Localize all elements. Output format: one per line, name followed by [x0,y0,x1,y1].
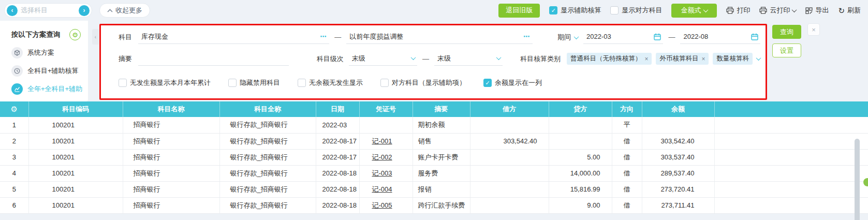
voucher-link[interactable]: 记-003 [372,169,392,177]
chevron-down-icon[interactable] [496,55,502,60]
cell-summary: 服务费 [413,165,470,181]
back-old-version-button[interactable]: 退回旧版 [498,4,540,18]
tag-remove-icon[interactable]: × [644,55,648,63]
col-header-credit[interactable]: 贷方 [549,101,612,117]
level-to-select[interactable]: 末级 [434,52,503,66]
amount-mode-button[interactable]: 金额式 [671,4,717,18]
column-settings-gear[interactable]: ⚙ [0,101,28,117]
subject-from-field[interactable]: 库存现金 ⋯ [138,31,329,44]
tag-label: 普通科目（无特殊核算） [570,54,642,63]
top-toolbar: ‹ 选择科目 › 收起更多 退回旧版 ✓ 显示辅助核算 ✓ 显示对方科目 金额式… [0,0,868,21]
collapse-more-button[interactable]: 收起更多 [99,3,150,18]
cell-direction: 借 [612,133,642,149]
table-row[interactable]: 1 100201 招商银行 银行存款_招商银行 2022-03 期初余额 平 [0,117,868,133]
col-header-balance[interactable]: 余额 [642,101,714,117]
subject-picker-placeholder[interactable]: 选择科目 [18,6,79,15]
table-row[interactable]: 6 100201 招商银行 银行存款_招商银行 2022-08-18 记-005… [0,197,868,213]
checkbox-icon[interactable]: ✓ [610,6,619,14]
filter-checkbox-hide-disabled[interactable]: ✓ 隐藏禁用科目 [228,78,280,87]
chevron-down-icon[interactable] [756,55,761,61]
plan-settings-gear-icon[interactable]: ⚙ [69,29,81,40]
table-row[interactable]: 5 100201 招商银行 银行存款_招商银行 2022-08-18 记-004… [0,181,868,197]
col-header-summary[interactable]: 摘要 [413,101,470,117]
cell-voucher: 记-001 [359,133,413,149]
subject-picker[interactable]: ‹ 选择科目 › [4,3,92,18]
cell-row-number: 5 [0,181,28,197]
cell-credit [549,117,612,133]
print-label: 打印 [737,6,750,15]
voucher-link[interactable]: 记-001 [372,137,392,145]
ellipsis-picker-icon[interactable]: ⋯ [523,33,531,40]
settings-button[interactable]: 设置 [772,43,801,57]
chevron-down-icon[interactable] [574,34,579,39]
chevron-down-icon[interactable] [410,55,416,60]
ellipsis-picker-icon[interactable]: ⋯ [320,33,327,40]
col-header-date[interactable]: 日期 [316,101,359,117]
query-button[interactable]: 查询 [772,25,801,39]
gear-icon: ⚙ [11,105,18,113]
cell-date: 2022-08-17 [316,149,359,165]
cell-empty [714,181,868,197]
export-button[interactable]: 导出 [805,6,829,15]
sidebar-collapse-handle[interactable]: ‹ [92,29,99,45]
show-aux-checkbox[interactable]: ✓ 显示辅助核算 [549,6,601,15]
col-header-direction[interactable]: 方向 [612,101,642,117]
sidebar-item-system-plan[interactable]: 系统方案 [11,47,88,58]
period-to-field[interactable]: 2022-08 [680,31,760,44]
checkbox-icon[interactable]: ✓ [298,79,306,87]
cell-code: 100201 [28,197,123,213]
calendar-icon[interactable] [654,33,661,40]
cell-debit [470,149,549,165]
col-header-code[interactable]: 科目编码 [28,101,123,117]
sidebar-item-label: 系统方案 [27,48,54,57]
sidebar-item-all-subjects-aux[interactable]: 全科目+辅助核算 [11,65,88,77]
col-header-name[interactable]: 科目名称 [123,101,219,117]
voucher-link[interactable]: 记-002 [372,153,392,161]
filter-checkbox-balance-one-column[interactable]: ✓ 余额显示在一列 [483,78,542,87]
cell-voucher: 记-005 [359,197,413,213]
summary-field[interactable] [138,52,289,66]
print-button[interactable]: 打印 [726,6,750,15]
cell-full-name: 银行存款_招商银行 [219,117,316,133]
filter-checkbox-no-activity[interactable]: ✓ 无发生额显示本月本年累计 [119,78,211,87]
cell-row-number: 2 [0,133,28,149]
period-label-wrap[interactable]: 期间 [557,33,578,44]
period-from-field[interactable]: 2022-03 [583,31,664,44]
table-row[interactable]: 4 100201 招商银行 银行存款_招商银行 2022-08-18 记-003… [0,165,868,181]
checkbox-icon[interactable]: ✓ [483,79,492,87]
vertical-scrollbar[interactable] [855,139,860,220]
sidebar-item-fullyear-all-aux[interactable]: 全年+全科目+辅助 [11,83,88,95]
cell-date: 2022-08-18 [316,181,359,197]
checkbox-label: 隐藏禁用科目 [240,78,280,87]
cell-name: 招商银行 [123,197,219,213]
chevron-down-icon [703,7,709,12]
subject-to-field[interactable]: 以前年度损益调整 ⋯ [346,31,533,44]
category-tag: 数量核算科 [713,53,753,65]
voucher-link[interactable]: 记-005 [372,201,392,209]
floating-helper-button[interactable] [863,178,868,186]
table-row[interactable]: 3 100201 招商银行 银行存款_招商银行 2022-08-17 记-002… [0,149,868,165]
cell-balance [642,117,714,133]
checkbox-icon[interactable]: ✓ [119,79,127,87]
refresh-button[interactable]: ↻ 刷新 [838,6,861,15]
chevron-left-icon[interactable]: ‹ [7,5,18,16]
col-header-voucher[interactable]: 凭证号 [359,101,413,117]
col-header-full-name[interactable]: 科目全称 [219,101,316,117]
cloud-print-button[interactable]: 云打印 [759,6,796,15]
panel-close-button[interactable]: × [807,23,820,36]
filter-checkbox-opposite-subject[interactable]: ✓ 对方科目（显示辅助项） [380,78,466,87]
checkbox-icon[interactable]: ✓ [380,79,389,87]
col-header-debit[interactable]: 借方 [470,101,549,117]
checkbox-icon[interactable]: ✓ [228,79,237,87]
checkbox-icon[interactable]: ✓ [549,6,557,14]
calendar-icon[interactable] [751,33,758,40]
table-row[interactable]: 2 100201 招商银行 银行存款_招商银行 2022-08-17 记-001… [0,133,868,149]
chevron-right-icon[interactable]: › [79,5,90,16]
filter-checkbox-no-balance[interactable]: ✓ 无余额无发生显示 [298,78,363,87]
tag-remove-icon[interactable]: × [701,55,705,63]
cell-credit: 5.00 [549,149,612,165]
level-from-select[interactable]: 末级 [349,52,417,66]
sidebar-title: 按以下方案查询 [11,30,61,39]
show-opposite-checkbox[interactable]: ✓ 显示对方科目 [610,6,662,15]
voucher-link[interactable]: 记-004 [372,185,392,193]
